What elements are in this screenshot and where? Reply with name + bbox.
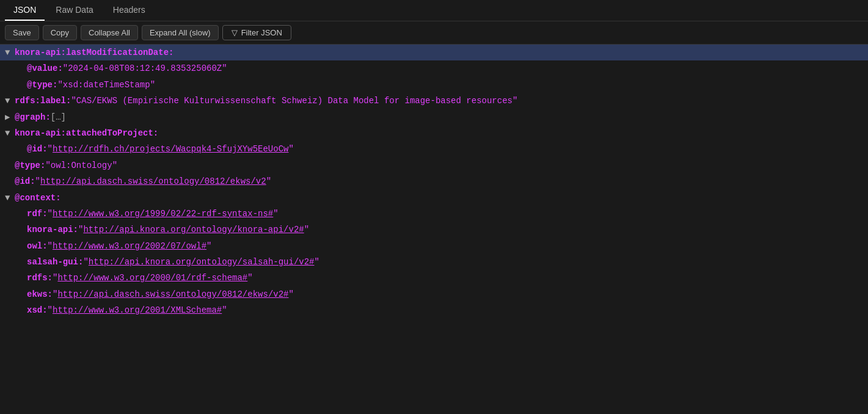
json-key: @graph: (15, 111, 51, 124)
json-key: knora-api:attachedToProject: (15, 126, 158, 140)
json-value-string: "http://www.w3.org/1999/02/22-rdf-syntax… (48, 207, 279, 220)
json-value-link[interactable]: http://www.w3.org/2001/XMLSchema# (53, 305, 222, 315)
json-row: xsd: "http://www.w3.org/2001/XMLSchema#" (0, 302, 868, 318)
json-value-link[interactable]: http://www.w3.org/1999/02/22-rdf-syntax-… (53, 209, 273, 219)
json-value-string: "xsd:dateTimeStamp" (57, 78, 155, 92)
json-row: rdf: "http://www.w3.org/1999/02/22-rdf-s… (0, 206, 868, 222)
json-row: ▶ @graph: […] (0, 109, 868, 125)
json-row: @id: "http://rdfh.ch/projects/Wacpqk4-Sf… (0, 141, 868, 157)
toolbar: Save Copy Collapse All Expand All (slow)… (0, 21, 868, 45)
json-key: @context: (15, 191, 61, 205)
save-button[interactable]: Save (5, 25, 39, 40)
json-value-link[interactable]: http://api.knora.org/ontology/knora-api/… (83, 225, 304, 234)
json-key: rdf: (27, 207, 48, 220)
json-value-string: "http://api.knora.org/ontology/knora-api… (78, 223, 309, 236)
toggle-icon[interactable]: ▼ (5, 126, 15, 140)
json-key: ekws: (27, 288, 53, 301)
json-row: ekws: "http://api.dasch.swiss/ontology/0… (0, 286, 868, 302)
copy-button[interactable]: Copy (43, 25, 77, 40)
json-row: knora-api: "http://api.knora.org/ontolog… (0, 222, 868, 238)
json-value-link[interactable]: http://api.knora.org/ontology/salsah-gui… (89, 257, 315, 267)
toggle-icon[interactable]: ▼ (5, 191, 15, 205)
filter-icon: ▽ (232, 28, 238, 37)
json-row: owl: "http://www.w3.org/2002/07/owl#" (0, 238, 868, 254)
json-row: rdfs: "http://www.w3.org/2000/01/rdf-sch… (0, 270, 868, 286)
toggle-icon[interactable]: ▶ (5, 111, 15, 124)
toggle-icon[interactable]: ▼ (5, 94, 15, 107)
json-value-link[interactable]: http://api.dasch.swiss/ontology/0812/ekw… (57, 289, 288, 299)
json-key: @id: (15, 175, 35, 188)
json-row: ▼ knora-api:lastModificationDate: (0, 45, 868, 60)
json-value-string: "http://www.w3.org/2000/01/rdf-schema#" (53, 271, 253, 285)
json-key: knora-api: (27, 223, 78, 236)
json-row: ▼ rdfs:label: "CAS/EKWS (Empirische Kult… (0, 93, 868, 109)
json-key: @type: (27, 78, 57, 92)
json-value-string: "http://api.dasch.swiss/ontology/0812/ek… (35, 175, 271, 188)
json-value-link[interactable]: http://www.w3.org/2000/01/rdf-schema# (57, 273, 247, 283)
json-row: @value: "2024-04-08T08:12:49.835325060Z" (0, 60, 868, 76)
json-value-string: "http://www.w3.org/2001/XMLSchema#" (48, 303, 227, 317)
json-row: ▼ knora-api:attachedToProject: (0, 125, 868, 141)
tab-raw-data[interactable]: Raw Data (47, 0, 101, 21)
json-row: salsah-gui: "http://api.knora.org/ontolo… (0, 254, 868, 270)
json-value-string: "http://api.knora.org/ontology/salsah-gu… (83, 255, 319, 269)
json-viewer: ▼ knora-api:lastModificationDate: @value… (0, 45, 868, 410)
json-value-string: "http://rdfh.ch/projects/Wacpqk4-SfujXYw… (48, 142, 294, 156)
tab-json[interactable]: JSON (5, 0, 45, 21)
json-key: knora-api:lastModificationDate: (15, 46, 173, 59)
json-row: @type: "xsd:dateTimeStamp" (0, 77, 868, 93)
json-row: @type: "owl:Ontology" (0, 158, 868, 173)
expand-all-button[interactable]: Expand All (slow) (142, 25, 219, 40)
toggle-icon[interactable]: ▼ (5, 46, 15, 59)
json-value-link[interactable]: http://www.w3.org/2002/07/owl# (53, 241, 206, 251)
json-key: @value: (27, 62, 63, 75)
json-key: xsd: (27, 303, 48, 317)
json-value-string: "http://api.dasch.swiss/ontology/0812/ek… (53, 288, 294, 301)
filter-label: Filter JSON (241, 28, 282, 37)
json-key: @type: (15, 159, 45, 172)
json-value-string: "http://www.w3.org/2002/07/owl#" (48, 239, 212, 253)
json-key: @id: (27, 142, 48, 156)
json-value-string: "2024-04-08T08:12:49.835325060Z" (63, 62, 227, 75)
json-value-string: "owl:Ontology" (45, 159, 117, 172)
json-key: salsah-gui: (27, 255, 83, 269)
json-value-link[interactable]: http://rdfh.ch/projects/Wacpqk4-SfujXYw5… (53, 144, 288, 154)
tab-headers[interactable]: Headers (104, 0, 154, 21)
json-key: owl: (27, 239, 48, 253)
json-key: rdfs:label: (15, 94, 71, 107)
json-row: @id: "http://api.dasch.swiss/ontology/08… (0, 173, 868, 189)
json-key: rdfs: (27, 271, 53, 285)
json-value-ellipsis: […] (51, 111, 66, 124)
json-value-string: "CAS/EKWS (Empirische Kulturwissenschaft… (71, 94, 517, 107)
tab-bar: JSON Raw Data Headers (0, 0, 868, 21)
filter-json-button[interactable]: ▽ Filter JSON (222, 25, 291, 40)
collapse-all-button[interactable]: Collapse All (81, 25, 138, 40)
json-row: ▼ @context: (0, 190, 868, 206)
json-value-link[interactable]: http://api.dasch.swiss/ontology/0812/ekw… (40, 176, 266, 186)
